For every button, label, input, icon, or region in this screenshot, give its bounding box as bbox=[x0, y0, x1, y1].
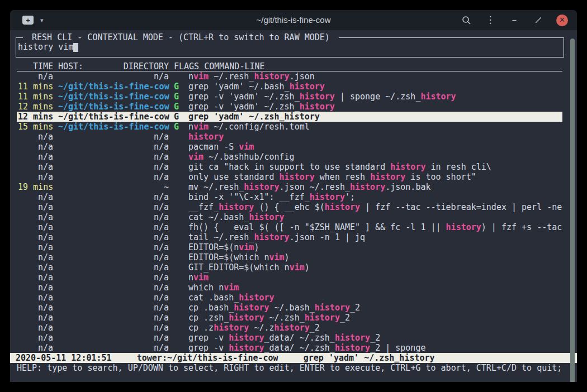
row-flags bbox=[174, 222, 179, 232]
row-directory: n/a bbox=[58, 252, 169, 262]
history-row[interactable]: n/an/acp .zhistory ~/.zhistory_2 bbox=[17, 323, 562, 333]
history-row[interactable]: n/an/ahistory bbox=[17, 132, 562, 142]
screen: + ▾ ~/git/this-is-fine-cow ⋮ – ✕ RESH CL… bbox=[0, 0, 587, 392]
history-row[interactable]: 11 mins~/git/this-is-fine-cowGgrep 'yadm… bbox=[17, 82, 562, 92]
row-directory: n/a bbox=[58, 172, 169, 182]
command-text: .json.bak bbox=[385, 182, 430, 192]
row-directory: n/a bbox=[58, 202, 169, 212]
search-icon[interactable] bbox=[460, 14, 472, 26]
history-row[interactable]: n/an/avim ~/.bashhub/config bbox=[17, 152, 562, 162]
history-row[interactable]: n/an/acp .bash_history ~/.bash_history_2 bbox=[17, 303, 562, 313]
restore-icon[interactable] bbox=[532, 14, 545, 26]
history-row[interactable]: 12 mins~/git/this-is-fine-cowGgrep -v 'y… bbox=[17, 102, 562, 112]
history-row[interactable]: n/an/apacman -S vim bbox=[17, 142, 562, 152]
resh-search-box: RESH CLI - CONTEXTUAL MODE - (CTRL+R to … bbox=[16, 37, 564, 58]
row-directory: n/a bbox=[58, 303, 169, 313]
row-flags bbox=[174, 283, 179, 293]
history-row[interactable]: n/an/anvim ~/.resh_history.json bbox=[17, 71, 562, 82]
row-flags bbox=[174, 71, 179, 82]
history-row[interactable]: n/an/agrep -v history_data/ ~/.zsh_histo… bbox=[17, 333, 562, 343]
command-text: cp .zsh_ bbox=[188, 313, 229, 323]
search-input[interactable]: history vim bbox=[18, 42, 73, 52]
search-match: history bbox=[420, 92, 456, 102]
row-directory: n/a bbox=[58, 132, 169, 142]
row-flags bbox=[174, 142, 179, 152]
row-flags bbox=[174, 132, 179, 142]
row-time: n/a bbox=[18, 252, 53, 262]
command-text: | fzf --tac --tiebreak=index | perl -ne bbox=[360, 202, 562, 212]
row-directory: n/a bbox=[58, 293, 169, 303]
history-row[interactable]: 15 mins~/git/this-is-fine-cowGnvim ~/.co… bbox=[17, 122, 562, 132]
new-tab-button[interactable]: + bbox=[22, 16, 34, 25]
row-time: 19 mins bbox=[18, 182, 53, 192]
search-match: history bbox=[370, 172, 405, 182]
command-text: EDITOR=$(n bbox=[188, 242, 239, 252]
command-text: __fzf_ bbox=[188, 202, 219, 212]
row-command: only use standard history when resh hist… bbox=[188, 172, 562, 182]
search-match: vim bbox=[224, 283, 239, 293]
history-row[interactable]: n/an/acat .bash_history bbox=[17, 293, 562, 303]
command-text: GIT_EDITOR=$(which n bbox=[188, 262, 290, 273]
history-row[interactable]: n/an/atail ~/.resh_history.json -n 1 | j… bbox=[17, 232, 562, 242]
history-row[interactable]: n/an/agrep -v history_data/ ~/.zsh_histo… bbox=[17, 343, 562, 353]
row-time: 12 mins bbox=[18, 102, 53, 112]
row-command: grep -v history_data/ ~/.zsh_history_2 |… bbox=[188, 343, 562, 353]
terminal-content: RESH CLI - CONTEXTUAL MODE - (CTRL+R to … bbox=[10, 37, 577, 382]
status-datetime: 2020-05-11 12:01:51 bbox=[16, 353, 112, 363]
close-icon[interactable]: ✕ bbox=[556, 15, 568, 26]
history-row[interactable]: n/an/aGIT_EDITOR=$(which nvim) bbox=[17, 262, 562, 273]
row-time: 12 mins bbox=[18, 112, 53, 122]
command-text: _2 | sponge bbox=[370, 343, 425, 353]
row-command: nvim ~/.config/resh.toml bbox=[188, 122, 562, 132]
search-match: history bbox=[254, 232, 289, 242]
row-command: grep -v 'yadm' ~/.zsh_history | sponge ~… bbox=[188, 92, 562, 102]
row-flags: G bbox=[174, 112, 179, 122]
history-row[interactable]: n/an/aEDITOR=$(which nvim) bbox=[17, 252, 562, 262]
command-text: grep -v bbox=[188, 333, 229, 343]
row-directory: n/a bbox=[58, 273, 169, 283]
row-directory: n/a bbox=[58, 162, 169, 172]
status-command: grep 'yadm' ~/.zsh_history bbox=[304, 353, 435, 363]
history-row[interactable]: n/an/a__fzf_history () { __ehc $(history… bbox=[17, 202, 562, 212]
header-host-directory: HOST:DIRECTORY bbox=[58, 61, 169, 71]
command-text: grep 'yadm' ~/.zsh_ bbox=[188, 112, 285, 122]
history-row[interactable]: 11 mins~/git/this-is-fine-cowGgrep -v 'y… bbox=[17, 92, 562, 102]
history-row[interactable]: 19 mins~mv ~/.resh_history.json ~/.resh_… bbox=[17, 182, 562, 192]
command-text: which n bbox=[188, 283, 224, 293]
history-row[interactable]: n/an/afh() { eval $( ([ -n "$ZSH_NAME" ]… bbox=[17, 222, 562, 232]
history-row[interactable]: n/an/acp .zsh_history ~/.zsh_history_2 bbox=[17, 313, 562, 323]
row-flags bbox=[174, 333, 179, 343]
search-match: history bbox=[390, 162, 425, 172]
row-directory: n/a bbox=[58, 333, 169, 343]
history-row[interactable]: n/an/abind -x '"\C-x1": __fzf_history'; bbox=[17, 192, 562, 202]
chevron-down-icon[interactable]: ▾ bbox=[40, 15, 44, 25]
command-text: ) bbox=[254, 242, 259, 252]
menu-kebab-icon[interactable]: ⋮ bbox=[484, 14, 496, 26]
history-row[interactable]: 12 mins~/git/this-is-fine-cowGgrep 'yadm… bbox=[17, 112, 562, 122]
row-command: git ca "hack in support to use standard … bbox=[188, 162, 562, 172]
scrollbar-thumb[interactable] bbox=[570, 39, 575, 382]
history-row[interactable]: n/an/acat ~/.bash_history bbox=[17, 212, 562, 222]
row-directory: ~/git/this-is-fine-cow bbox=[58, 102, 169, 112]
text-cursor bbox=[73, 43, 78, 52]
history-row[interactable]: n/an/aonly use standard history when res… bbox=[17, 172, 562, 182]
history-row[interactable]: n/an/aEDITOR=$(nvim) bbox=[17, 242, 562, 252]
history-row[interactable]: n/an/awhich nvim bbox=[17, 283, 562, 293]
command-text: fh() { eval $( ([ -n "$ZSH_NAME" ] && fc… bbox=[188, 222, 446, 232]
row-time: n/a bbox=[18, 232, 53, 242]
row-flags bbox=[174, 262, 179, 273]
search-match: vim bbox=[188, 152, 203, 162]
history-row[interactable]: n/an/anvim bbox=[17, 273, 562, 283]
resh-mode-title: RESH CLI - CONTEXTUAL MODE - (CTRL+R to … bbox=[23, 32, 339, 42]
search-match: history bbox=[188, 132, 224, 142]
terminal-window: + ▾ ~/git/this-is-fine-cow ⋮ – ✕ RESH CL… bbox=[10, 10, 577, 382]
command-text: ~/.z bbox=[249, 323, 274, 333]
command-text: ~/.config/resh.toml bbox=[209, 122, 310, 132]
minimize-icon[interactable]: – bbox=[508, 14, 520, 26]
help-line: HELP: type to search, UP/DOWN to select,… bbox=[17, 363, 577, 373]
command-text: ~/.bashhub/config bbox=[203, 152, 295, 162]
command-text: ~/.bash_ bbox=[269, 303, 315, 313]
history-row[interactable]: n/an/agit ca "hack in support to use sta… bbox=[17, 162, 562, 172]
row-flags: G bbox=[174, 122, 179, 132]
search-match: vim bbox=[239, 242, 254, 252]
